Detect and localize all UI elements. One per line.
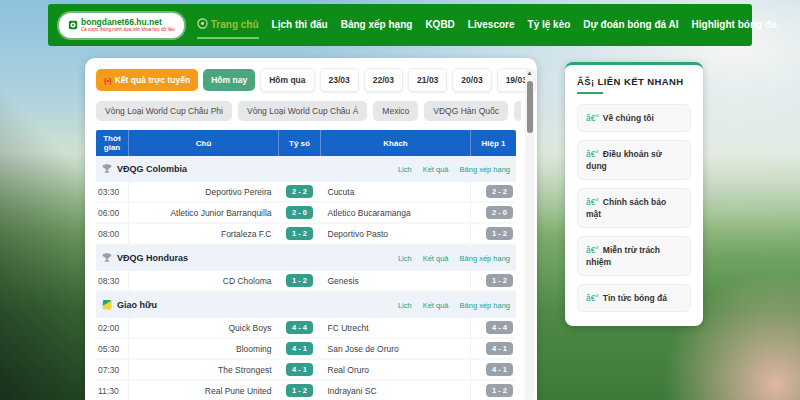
league-link-kết-quả[interactable]: Kết quả	[423, 165, 449, 174]
league-link-lịch[interactable]: Lịch	[398, 165, 412, 174]
league-links: LịchKết quảBảng xếp hạng	[398, 254, 510, 263]
home-team[interactable]: Quick Boys	[128, 318, 279, 337]
nav-item-4[interactable]: KQBD	[425, 13, 454, 38]
date-button-23-03[interactable]: 23/03	[320, 68, 359, 92]
scroll-up-arrow[interactable]: ▲	[525, 68, 534, 76]
logo-icon	[68, 16, 78, 34]
date-button-21-03[interactable]: 21/03	[408, 68, 447, 92]
league-chip-2[interactable]: Vòng Loại World Cup Châu Á	[238, 101, 367, 121]
scrollbar-thumb[interactable]	[527, 81, 533, 133]
half-time-cell: 1 - 2	[470, 271, 516, 290]
score-cell: 4 - 1	[279, 339, 321, 358]
league-chip-4[interactable]: VĐQG Hàn Quốc	[424, 101, 508, 121]
half-time-cell: 2 - 0	[470, 203, 516, 222]
home-team[interactable]: Real Pune United	[128, 381, 279, 400]
nav-item-5[interactable]: Livescore	[468, 13, 515, 38]
live-results-button[interactable]: (•) Kết quả trực tuyến	[96, 69, 198, 91]
match-row[interactable]: 02:00Quick Boys4 - 4FC Utrecht4 - 4	[96, 318, 516, 339]
flag-icon	[102, 296, 112, 314]
quick-link-item-2[interactable]: â€°Điều khoản sử dụng	[577, 140, 691, 180]
logo-text-block: bongdanet66.hu.net Cá cược thông minh dự…	[81, 17, 175, 33]
away-team[interactable]: Atletico Bucaramanga	[321, 203, 471, 222]
league-links: LịchKết quảBảng xếp hạng	[398, 301, 510, 310]
full-time-score[interactable]: 1 - 2	[286, 274, 313, 287]
match-row[interactable]: 08:00Fortaleza F.C1 - 2Deportivo Pasto1 …	[96, 224, 516, 245]
nav-item-7[interactable]: Dự đoán bóng đá AI	[583, 13, 678, 38]
league-links: LịchKết quảBảng xếp hạng	[398, 165, 510, 174]
home-team[interactable]: Deportivo Pereira	[128, 182, 279, 201]
league-section-header: VĐQG ColombiaLịchKết quảBảng xếp hạng	[96, 156, 516, 182]
league-link-bảng-xếp-hạng[interactable]: Bảng xếp hạng	[460, 254, 510, 263]
date-button-20-03[interactable]: 20/03	[452, 68, 491, 92]
full-time-score[interactable]: 4 - 4	[286, 321, 313, 334]
full-time-score[interactable]: 2 - 2	[286, 185, 313, 198]
home-team[interactable]: Fortaleza F.C	[128, 224, 279, 243]
score-cell: 1 - 2	[279, 224, 321, 243]
vertical-scrollbar[interactable]: ▲	[525, 68, 534, 400]
match-row[interactable]: 11:30Real Pune United1 - 2Indrayani SC1 …	[96, 381, 516, 400]
lightning-icon: âš¡	[577, 76, 595, 87]
nav-item-1[interactable]: Trang chủ	[197, 12, 259, 39]
today-button[interactable]: Hôm nay	[203, 69, 255, 91]
away-team[interactable]: Cucuta	[321, 182, 471, 201]
full-time-score[interactable]: 4 - 1	[286, 363, 313, 376]
league-name: VĐQG Colombia	[117, 164, 393, 174]
score-cell: 4 - 1	[279, 360, 321, 379]
league-link-kết-quả[interactable]: Kết quả	[423, 254, 449, 263]
league-link-lịch[interactable]: Lịch	[398, 301, 412, 310]
table-header: Thời gian Chủ Tỷ số Khách Hiệp 1	[96, 130, 516, 156]
home-team[interactable]: Blooming	[128, 339, 279, 358]
live-results-label: Kết quả trực tuyến	[115, 75, 191, 85]
nav-item-3[interactable]: Bảng xếp hạng	[341, 13, 413, 38]
yesterday-button[interactable]: Hôm qua	[260, 68, 314, 92]
home-team[interactable]: Atletico Junior Barranquilla	[128, 203, 279, 222]
league-section-header: VĐQG HondurasLịchKết quảBảng xếp hạng	[96, 245, 516, 271]
nav-item-2[interactable]: Lịch thi đấu	[272, 13, 328, 38]
quick-links-list: â€°Về chúng tôiâ€°Điều khoản sử dụngâ€°C…	[577, 104, 691, 312]
score-cell: 4 - 4	[279, 318, 321, 337]
site-logo[interactable]: bongdanet66.hu.net Cá cược thông minh dự…	[59, 13, 184, 38]
match-table-body: VĐQG ColombiaLịchKết quảBảng xếp hạng03:…	[96, 156, 516, 400]
quick-link-item-3[interactable]: â€°Chính sách bảo mật	[577, 188, 691, 228]
league-link-bảng-xếp-hạng[interactable]: Bảng xếp hạng	[460, 165, 510, 174]
nav-item-8[interactable]: Highlight bóng đá	[692, 13, 777, 38]
quick-link-label: Về chúng tôi	[603, 113, 654, 123]
nav-item-label: Trang chủ	[211, 19, 259, 30]
match-row[interactable]: 03:30Deportivo Pereira2 - 2Cucuta2 - 2	[96, 182, 516, 203]
full-time-score[interactable]: 1 - 2	[286, 227, 313, 240]
quick-link-item-1[interactable]: â€°Về chúng tôi	[577, 104, 691, 132]
match-row[interactable]: 06:00Atletico Junior Barranquilla2 - 0At…	[96, 203, 516, 224]
home-team[interactable]: The Strongest	[128, 360, 279, 379]
league-chip-1[interactable]: Vòng Loại World Cup Châu Phi	[96, 101, 232, 121]
date-buttons: 23/0322/0321/0320/0319/03	[320, 68, 536, 92]
full-time-score[interactable]: 4 - 1	[286, 342, 313, 355]
nav-item-6[interactable]: Tỷ lệ kèo	[528, 13, 571, 38]
full-time-score[interactable]: 1 - 2	[286, 384, 313, 397]
quick-link-item-4[interactable]: â€°Miễn trừ trách nhiệm	[577, 236, 691, 276]
match-time: 06:00	[96, 203, 128, 222]
away-team[interactable]: San Jose de Oruro	[321, 339, 471, 358]
half-time-score: 1 - 2	[486, 227, 513, 240]
date-button-22-03[interactable]: 22/03	[364, 68, 403, 92]
quick-link-item-5[interactable]: â€°Tin tức bóng đá	[577, 284, 691, 312]
match-time: 05:30	[96, 339, 128, 358]
full-time-score[interactable]: 2 - 0	[286, 206, 313, 219]
league-chip-3[interactable]: Mexico	[373, 101, 418, 121]
league-link-kết-quả[interactable]: Kết quả	[423, 301, 449, 310]
away-team[interactable]: Indrayani SC	[321, 381, 471, 400]
away-team[interactable]: Genesis	[321, 271, 471, 290]
home-team[interactable]: CD Choloma	[128, 271, 279, 290]
away-team[interactable]: Real Oruro	[321, 360, 471, 379]
league-link-bảng-xếp-hạng[interactable]: Bảng xếp hạng	[460, 301, 510, 310]
match-row[interactable]: 05:30Blooming4 - 1San Jose de Oruro4 - 1	[96, 339, 516, 360]
match-row[interactable]: 08:30CD Choloma1 - 2Genesis1 - 2	[96, 271, 516, 292]
away-team[interactable]: FC Utrecht	[321, 318, 471, 337]
league-name: VĐQG Honduras	[117, 253, 393, 263]
soccer-ball-icon	[197, 18, 208, 31]
away-team[interactable]: Deportivo Pasto	[321, 224, 471, 243]
top-navigation-bar: bongdanet66.hu.net Cá cược thông minh dự…	[48, 4, 752, 46]
match-row[interactable]: 07:30The Strongest4 - 1Real Oruro4 - 1	[96, 360, 516, 381]
league-chip-5[interactable]: VĐ	[514, 101, 521, 121]
league-link-lịch[interactable]: Lịch	[398, 254, 412, 263]
results-panel: (•) Kết quả trực tuyến Hôm nay Hôm qua 2…	[85, 58, 537, 400]
